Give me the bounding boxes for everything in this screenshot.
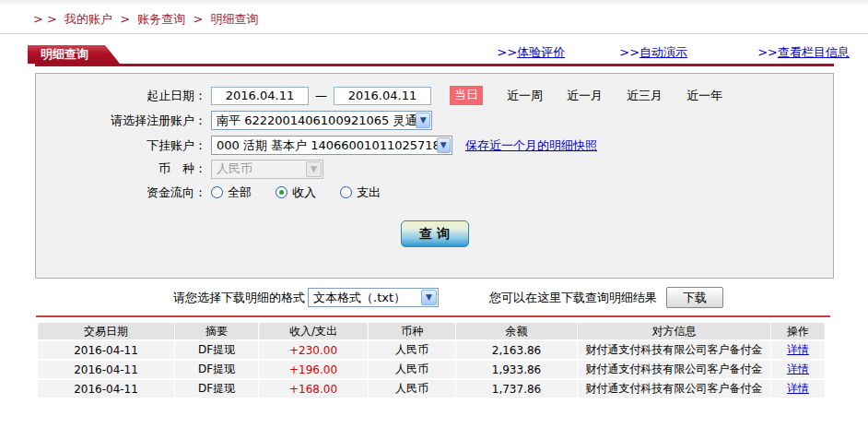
cell-currency: 人民币 [369,380,455,398]
radio-checked-icon [276,186,287,198]
detail-link[interactable]: 详情 [787,363,809,375]
register-account-value: 南平 6222001406100921065 灵通卡 [212,113,416,129]
quick-range-week[interactable]: 近一周 [507,88,543,104]
download-hint: 您可以在这里下载查询明细结果 [489,290,657,306]
breadcrumb: > > 我的账户 > 账务查询 > 明细查询 [0,6,868,34]
query-button[interactable]: 查 询 [401,220,469,247]
download-row: 请您选择下载明细的格式 文本格式（.txt） ▼ 您可以在这里下载查询明细结果 … [28,286,850,309]
quick-range-quarter[interactable]: 近三月 [627,88,663,104]
sub-account-label: 下挂账户： [36,137,206,154]
cell-amount: +168.00 [259,380,368,398]
col-header-currency: 币种 [369,323,455,339]
cell-balance: 2,163.86 [456,341,577,359]
cell-amount: +196.00 [259,361,368,378]
header-links: >>体验评价 >>自动演示 >>查看栏目信息 [497,44,850,64]
col-header-balance: 余额 [456,323,577,339]
col-header-amount: 收入/支出 [259,323,368,339]
link-label: 自动演示 [639,45,687,59]
link-experience-rating[interactable]: >>体验评价 [497,45,565,59]
chevron-down-icon: ▼ [437,137,452,153]
flow-radio-all[interactable]: 全部 [211,184,252,201]
cell-action: 详情 [771,341,825,359]
link-prefix: >> [497,45,517,59]
flow-radio-expense-label: 支出 [357,184,381,201]
download-format-select[interactable]: 文本格式（.txt） ▼ [308,288,439,307]
table-row: 2016-04-11 DF提现 +168.00 人民币 1,737.86 财付通… [38,380,825,398]
currency-value: 人民币 [212,160,257,177]
detail-link[interactable]: 详情 [787,382,809,395]
table-row: 2016-04-11 DF提现 +230.00 人民币 2,163.86 财付通… [38,341,825,359]
query-form: 起止日期： — 当日 近一周 近一月 近三月 近一年 请选择注册账户： 南平 6… [35,73,834,279]
breadcrumb-arrows-icon: > > [33,12,57,26]
register-account-ctl: 南平 6222001406100921065 灵通卡 ▼ [211,111,432,130]
cell-action: 详情 [771,380,825,398]
download-format-value: 文本格式（.txt） [309,290,410,306]
tab-row: 明细查询 >>体验评价 >>自动演示 >>查看栏目信息 [28,44,850,64]
table-row: 2016-04-11 DF提现 +196.00 人民币 1,933.86 财付通… [38,361,825,378]
cell-date: 2016-04-11 [38,361,174,378]
col-header-counterparty: 对方信息 [578,323,770,339]
currency-label: 币 种： [36,160,206,177]
link-prefix: >> [619,45,639,59]
col-header-action: 操作 [771,323,825,339]
tab-title: 明细查询 [41,47,88,61]
register-account-row: 请选择注册账户： 南平 6222001406100921065 灵通卡 ▼ [36,108,833,133]
breadcrumb-item-detail-query[interactable]: 明细查询 [210,12,258,26]
chevron-down-icon: ▼ [416,113,430,128]
date-from-input[interactable] [211,87,309,105]
quick-range-month[interactable]: 近一月 [567,88,603,104]
breadcrumb-item-account-query[interactable]: 账务查询 [137,12,185,26]
radio-icon [211,186,223,198]
link-label: 查看栏目信息 [778,45,850,59]
tab-underline [35,64,834,66]
register-account-label: 请选择注册账户： [36,113,206,129]
currency-row: 币 种： 人民币 ▼ [36,158,833,180]
cell-balance: 1,737.86 [456,380,577,398]
flow-label: 资金流向： [36,184,206,201]
link-auto-demo[interactable]: >>自动演示 [619,45,687,59]
flow-radio-income-label: 收入 [292,184,316,201]
detail-link[interactable]: 详情 [787,343,809,356]
breadcrumb-item-my-account[interactable]: 我的账户 [65,12,112,26]
chevron-down-icon: ▼ [306,161,322,177]
cell-counterparty: 财付通支付科技有限公司客户备付金 [578,380,770,398]
register-account-select[interactable]: 南平 6222001406100921065 灵通卡 ▼ [211,111,432,130]
breadcrumb-separator: > [120,12,130,26]
date-to-input[interactable] [334,87,431,105]
flow-radio-expense[interactable]: 支出 [340,184,381,201]
page-top-strip [0,0,868,6]
currency-select: 人民币 ▼ [211,160,323,179]
col-header-date: 交易日期 [38,323,174,339]
date-range-controls: — 当日 近一周 近一月 近三月 近一年 [211,86,722,105]
cell-summary: DF提现 [175,380,258,398]
download-button[interactable]: 下载 [666,287,723,308]
quick-range-today[interactable]: 当日 [450,86,483,105]
link-label: 体验评价 [517,45,565,59]
cell-date: 2016-04-11 [38,341,174,359]
date-dash: — [315,89,327,102]
table-divider [36,315,830,317]
col-header-summary: 摘要 [175,323,258,339]
breadcrumb-separator: > [193,12,203,26]
cell-summary: DF提现 [175,361,258,378]
cell-counterparty: 财付通支付科技有限公司客户备付金 [578,341,770,359]
cell-date: 2016-04-11 [38,380,174,398]
link-prefix: >> [757,45,778,59]
cell-action: 详情 [771,361,825,378]
sub-account-row: 下挂账户： 000 活期 基本户 1406600101102571848 ▼ 保… [36,133,833,158]
flow-radio-income[interactable]: 收入 [276,184,316,201]
snapshot-link[interactable]: 保存近一个月的明细快照 [465,137,597,154]
flow-radio-all-label: 全部 [228,184,252,201]
main-content: 明细查询 >>体验评价 >>自动演示 >>查看栏目信息 起止日期： — 当日 近… [28,44,850,399]
link-view-column-info[interactable]: >>查看栏目信息 [757,45,850,59]
radio-icon [340,186,352,198]
download-format-label: 请您选择下载明细的格式 [173,290,305,306]
quick-range-year[interactable]: 近一年 [686,88,722,104]
transactions-table: 交易日期 摘要 收入/支出 币种 余额 对方信息 操作 2016-04-11 D… [37,321,826,399]
date-range-label: 起止日期： [36,88,206,104]
tab-detail-query[interactable]: 明细查询 [28,45,120,64]
sub-account-select[interactable]: 000 活期 基本户 1406600101102571848 ▼ [211,136,452,155]
chevron-down-icon: ▼ [421,290,437,305]
cell-currency: 人民币 [369,341,455,359]
flow-radio-group: 全部 收入 支出 [211,184,405,201]
